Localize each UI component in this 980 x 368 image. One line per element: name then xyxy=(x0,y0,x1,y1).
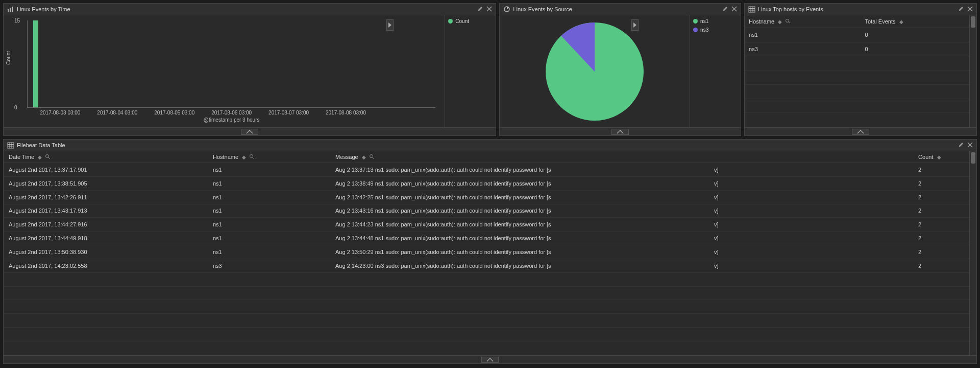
col-datetime[interactable]: Date Time ◆ xyxy=(4,151,208,163)
cell-message: Aug 2 13:44:23 ns1 sudo: pam_unix(sudo:a… xyxy=(330,218,709,232)
table-row[interactable]: ns1 0 xyxy=(745,28,969,42)
cell-hostname: ns3 xyxy=(208,259,330,272)
legend-item[interactable]: ns1 xyxy=(693,18,738,24)
panel-title: Linux Top hosts by Events xyxy=(758,6,823,12)
legend-swatch xyxy=(693,28,698,32)
legend-item[interactable]: Count xyxy=(448,18,493,24)
col-count[interactable]: Count ◆ xyxy=(913,151,969,163)
edit-icon[interactable] xyxy=(959,6,964,12)
col-total-events[interactable]: Total Events ◆ xyxy=(861,15,970,28)
x-tick: 2017-08-03 03:00 xyxy=(40,110,80,116)
panel-events-by-source: Linux Events by Source xyxy=(499,3,741,136)
sort-icon[interactable]: ◆ xyxy=(242,154,246,160)
y-tick: 0 xyxy=(14,105,17,110)
cell-datetime: August 2nd 2017, 14:23:02.558 xyxy=(4,259,208,272)
x-tick: 2017-08-08 03:00 xyxy=(326,110,366,116)
panel-tray-button[interactable] xyxy=(481,357,499,363)
cell-count: 2 xyxy=(913,245,969,259)
bar xyxy=(33,20,38,107)
table-row[interactable]: August 2nd 2017, 14:23:02.558ns3Aug 2 14… xyxy=(4,259,969,272)
sort-icon[interactable]: ◆ xyxy=(362,154,366,160)
panel-header: Filebeat Data Table xyxy=(4,140,976,151)
sort-icon[interactable]: ◆ xyxy=(38,154,42,160)
filebeat-table: Date Time ◆ Hostname ◆ Mes xyxy=(4,151,969,355)
cell-message: Aug 2 14:23:00 ns3 sudo: pam_unix(sudo:a… xyxy=(330,259,709,272)
cell-hostname: ns1 xyxy=(745,28,861,42)
table-row[interactable]: August 2nd 2017, 13:44:49.918ns1Aug 2 13… xyxy=(4,232,969,245)
sort-icon[interactable]: ◆ xyxy=(937,154,941,160)
legend-item[interactable]: ns3 xyxy=(693,27,738,33)
cell-message-tail: v] xyxy=(709,232,913,245)
table-icon xyxy=(749,7,755,12)
legend-swatch xyxy=(448,19,453,24)
svg-line-18 xyxy=(48,157,50,159)
legend-collapse-button[interactable] xyxy=(386,19,394,31)
pie-chart xyxy=(500,15,690,127)
cell-datetime: August 2nd 2017, 13:37:17.901 xyxy=(4,163,208,177)
search-icon[interactable] xyxy=(250,154,254,160)
edit-icon[interactable] xyxy=(723,6,728,12)
col-message[interactable]: Message ◆ xyxy=(330,151,709,163)
search-icon[interactable] xyxy=(370,154,374,160)
svg-rect-5 xyxy=(749,7,755,12)
table-row[interactable]: August 2nd 2017, 13:44:27.916ns1Aug 2 13… xyxy=(4,218,969,232)
search-icon[interactable] xyxy=(45,154,50,160)
cell-datetime: August 2nd 2017, 13:43:17.913 xyxy=(4,204,208,218)
x-tick: 2017-08-07 03:00 xyxy=(268,110,309,116)
svg-line-20 xyxy=(253,157,254,159)
scrollbar[interactable] xyxy=(969,15,976,127)
panel-tray-button[interactable] xyxy=(852,129,869,135)
close-icon[interactable] xyxy=(968,6,972,12)
col-hostname[interactable]: Hostname ◆ xyxy=(208,151,330,163)
cell-datetime: August 2nd 2017, 13:38:51.905 xyxy=(4,176,208,190)
col-hostname[interactable]: Hostname ◆ xyxy=(745,15,861,28)
sort-icon[interactable]: ◆ xyxy=(899,19,903,25)
chart-legend: ns1 ns3 xyxy=(690,15,741,127)
close-icon[interactable] xyxy=(487,6,492,12)
cell-count: 2 xyxy=(913,232,969,245)
table-icon xyxy=(8,143,14,148)
cell-message: Aug 2 13:50:29 ns1 sudo: pam_unix(sudo:a… xyxy=(330,245,709,259)
scrollbar-thumb[interactable] xyxy=(971,152,975,164)
bar-chart-icon xyxy=(8,7,14,12)
svg-rect-2 xyxy=(12,7,13,12)
chart-legend: Count xyxy=(445,15,496,127)
panel-events-by-time: Linux Events by Time Count 15 0 2017-08-… xyxy=(3,3,496,136)
table-row[interactable]: ns3 0 xyxy=(745,42,969,56)
cell-hostname: ns1 xyxy=(208,204,330,218)
y-tick: 15 xyxy=(14,18,20,24)
panel-header: Linux Events by Source xyxy=(500,4,741,15)
close-icon[interactable] xyxy=(968,142,972,148)
cell-datetime: August 2nd 2017, 13:44:27.916 xyxy=(4,218,208,232)
pie-chart-icon xyxy=(504,6,510,12)
table-row[interactable]: August 2nd 2017, 13:43:17.913ns1Aug 2 13… xyxy=(4,204,969,218)
close-icon[interactable] xyxy=(732,6,737,12)
cell-count: 2 xyxy=(913,218,969,232)
panel-tray-button[interactable] xyxy=(241,129,258,135)
cell-hostname: ns1 xyxy=(208,163,330,177)
sort-icon[interactable]: ◆ xyxy=(778,19,782,25)
cell-message: Aug 2 13:37:13 ns1 sudo: pam_unix(sudo:a… xyxy=(330,163,709,177)
legend-swatch xyxy=(693,19,698,24)
scrollbar[interactable] xyxy=(969,151,976,355)
edit-icon[interactable] xyxy=(478,6,483,12)
table-row[interactable]: August 2nd 2017, 13:50:38.930ns1Aug 2 13… xyxy=(4,245,969,259)
legend-collapse-button[interactable] xyxy=(631,19,639,31)
scrollbar-thumb[interactable] xyxy=(971,16,975,28)
cell-message: Aug 2 13:44:48 ns1 sudo: pam_unix(sudo:a… xyxy=(330,232,709,245)
cell-total: 0 xyxy=(861,42,970,56)
svg-rect-12 xyxy=(8,143,14,148)
legend-label: ns3 xyxy=(700,27,708,33)
edit-icon[interactable] xyxy=(959,142,964,148)
table-row[interactable]: August 2nd 2017, 13:37:17.901ns1Aug 2 13… xyxy=(4,163,969,177)
x-tick: 2017-08-06 03:00 xyxy=(211,110,252,116)
search-icon[interactable] xyxy=(786,19,790,25)
panel-title: Linux Events by Time xyxy=(17,6,70,12)
table-row[interactable]: August 2nd 2017, 13:38:51.905ns1Aug 2 13… xyxy=(4,176,969,190)
panel-tray-button[interactable] xyxy=(611,129,629,135)
panel-header: Linux Top hosts by Events xyxy=(745,4,976,15)
table-row[interactable]: August 2nd 2017, 13:42:26.911ns1Aug 2 13… xyxy=(4,190,969,204)
cell-hostname: ns3 xyxy=(745,42,861,56)
svg-point-21 xyxy=(370,155,373,158)
panel-title: Linux Events by Source xyxy=(513,6,572,12)
